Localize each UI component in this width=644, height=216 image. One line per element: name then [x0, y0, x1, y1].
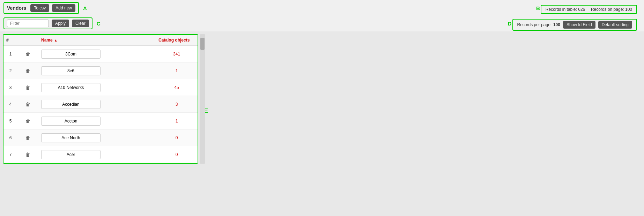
header-row: Vendors To csv Add new A B Records in ta… — [0, 0, 644, 16]
vendor-name-button[interactable]: A10 Networks — [41, 83, 101, 92]
row-name-cell: A10 Networks — [38, 80, 156, 95]
section-c-outline: Apply Clear — [3, 17, 92, 29]
table-row: 3 🗑 A10 Networks 45 — [3, 79, 198, 96]
row-catalog-count[interactable]: 0 — [156, 135, 198, 140]
row-num: 1 — [3, 52, 17, 57]
col-header-name[interactable]: Name ▲ — [38, 37, 156, 43]
delete-row-button[interactable]: 🗑 — [24, 67, 32, 74]
section-b-outline: Records in table: 626 Records on page: 1… — [541, 5, 637, 14]
delete-row-button[interactable]: 🗑 — [24, 84, 32, 91]
show-id-field-button[interactable]: Show Id Field — [563, 21, 595, 29]
row-name-cell: Acer — [38, 147, 156, 162]
row-delete-cell: 🗑 — [17, 84, 38, 91]
row-catalog-count[interactable]: 1 — [156, 119, 198, 124]
row-catalog-count[interactable]: 0 — [156, 152, 198, 157]
delete-row-button[interactable]: 🗑 — [24, 134, 32, 141]
section-d-outline: Records per page 100 Show Id Field Defau… — [512, 19, 637, 31]
row-num: 3 — [3, 85, 17, 90]
delete-row-button[interactable]: 🗑 — [24, 101, 32, 108]
label-d: D — [508, 21, 512, 27]
row-num: 7 — [3, 152, 17, 157]
row-catalog-count[interactable]: 3 — [156, 102, 198, 107]
row-name-cell: 8e6 — [38, 64, 156, 78]
row-num: 4 — [3, 102, 17, 107]
label-b: B — [536, 5, 540, 11]
row-catalog-count[interactable]: 45 — [156, 85, 198, 90]
row-catalog-count[interactable]: 341 — [156, 52, 198, 57]
table-row: 1 🗑 3Com 341 — [3, 46, 198, 62]
row-name-cell: 3Com — [38, 47, 156, 61]
vendors-table: # Name ▲ Catalog objects 1 🗑 3Com 341 2 — [3, 34, 198, 164]
row-catalog-count[interactable]: 1 — [156, 68, 198, 73]
row-delete-cell: 🗑 — [17, 51, 38, 58]
row-delete-cell: 🗑 — [17, 101, 38, 108]
table-row: 7 🗑 Acer 0 — [3, 146, 198, 163]
filter-input[interactable] — [7, 20, 49, 27]
label-a: A — [83, 5, 87, 11]
row-name-cell: Accton — [38, 114, 156, 128]
delete-row-button[interactable]: 🗑 — [24, 118, 32, 125]
row-name-cell: Ace North — [38, 131, 156, 145]
vendor-name-button[interactable]: Ace North — [41, 133, 101, 142]
table-row: 4 🗑 Accedian 3 — [3, 96, 198, 113]
table-row: 5 🗑 Accton 1 — [3, 113, 198, 129]
records-per-page-value: 100 — [553, 22, 560, 27]
row-num: 6 — [3, 135, 17, 140]
vendor-name-button[interactable]: Accton — [41, 117, 101, 126]
to-csv-button[interactable]: To csv — [30, 4, 49, 12]
delete-row-button[interactable]: 🗑 — [24, 151, 32, 158]
records-on-page: Records on page: 100 — [591, 7, 632, 12]
filter-row: Apply Clear C D Records per page 100 Sho… — [0, 16, 644, 31]
records-per-page-label: Records per page — [517, 22, 550, 27]
table-row: 2 🗑 8e6 1 — [3, 62, 198, 79]
col-header-catalog: Catalog objects — [156, 37, 198, 43]
row-name-cell: Accedian — [38, 97, 156, 112]
row-delete-cell: 🗑 — [17, 67, 38, 74]
apply-button[interactable]: Apply — [52, 20, 69, 27]
vendor-name-button[interactable]: 8e6 — [41, 66, 101, 75]
clear-button[interactable]: Clear — [72, 20, 89, 27]
page-title: Vendors — [7, 5, 26, 11]
add-new-button[interactable]: Add new — [52, 4, 75, 12]
vendor-name-button[interactable]: Acer — [41, 150, 101, 159]
default-sorting-button[interactable]: Default sorting — [598, 21, 632, 29]
vendor-name-button[interactable]: 3Com — [41, 50, 101, 59]
row-num: 5 — [3, 119, 17, 124]
row-delete-cell: 🗑 — [17, 151, 38, 158]
scrollbar-thumb[interactable] — [200, 38, 205, 50]
label-c: C — [97, 21, 101, 27]
table-container-wrapper: # Name ▲ Catalog objects 1 🗑 3Com 341 2 — [3, 34, 198, 164]
row-delete-cell: 🗑 — [17, 118, 38, 125]
scrollbar-track[interactable] — [200, 34, 205, 164]
table-body: 1 🗑 3Com 341 2 🗑 8e6 1 3 🗑 A10 Network — [3, 46, 198, 163]
row-num: 2 — [3, 68, 17, 73]
section-a-outline: Vendors To csv Add new — [3, 2, 79, 14]
row-delete-cell: 🗑 — [17, 134, 38, 141]
delete-row-button[interactable]: 🗑 — [24, 51, 32, 58]
records-in-table: Records in table: 626 — [546, 7, 585, 12]
col-name-label: Name — [41, 38, 53, 43]
vendor-name-button[interactable]: Accedian — [41, 100, 101, 109]
main-content: # Name ▲ Catalog objects 1 🗑 3Com 341 2 — [0, 31, 644, 166]
sort-asc-icon: ▲ — [54, 38, 58, 42]
table-row: 6 🗑 Ace North 0 — [3, 129, 198, 146]
col-header-num: # — [3, 37, 17, 43]
col-header-delete — [17, 37, 38, 43]
table-header: # Name ▲ Catalog objects — [3, 35, 198, 46]
